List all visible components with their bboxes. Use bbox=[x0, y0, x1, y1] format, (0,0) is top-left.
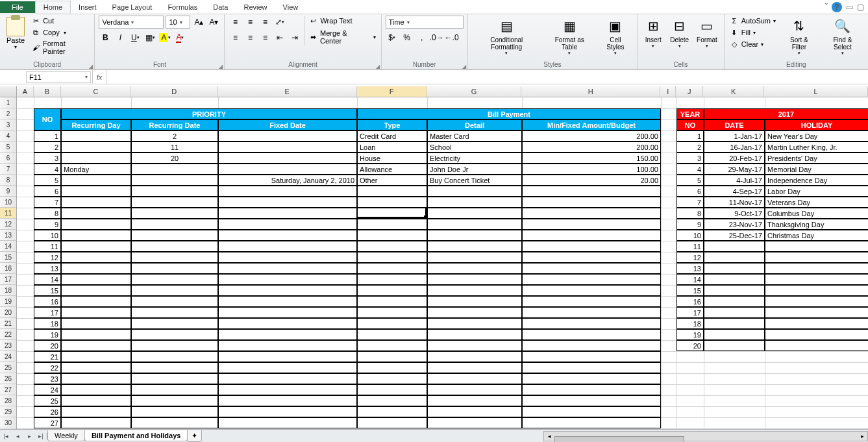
column-header[interactable]: H bbox=[521, 86, 660, 97]
row-header[interactable]: 21 bbox=[0, 318, 16, 329]
insert-cells-button[interactable]: ⊞Insert▾ bbox=[641, 16, 665, 50]
cell[interactable]: 11 bbox=[34, 241, 61, 252]
cell[interactable] bbox=[522, 186, 661, 197]
cell[interactable]: 10 bbox=[676, 230, 704, 241]
cell[interactable]: 24 bbox=[34, 384, 61, 395]
cell[interactable] bbox=[522, 241, 661, 252]
cell[interactable] bbox=[218, 208, 357, 219]
cell[interactable]: 20.00 bbox=[522, 175, 661, 186]
wrap-text-button[interactable]: ↩Wrap Text bbox=[307, 16, 377, 26]
cell[interactable]: 4-Jul-17 bbox=[704, 175, 765, 186]
launcher-icon[interactable]: ◢ bbox=[89, 64, 93, 69]
cell[interactable] bbox=[522, 318, 661, 329]
cell[interactable] bbox=[357, 384, 427, 395]
column-header[interactable]: B bbox=[34, 86, 61, 97]
row-header[interactable]: 17 bbox=[0, 274, 16, 285]
cell[interactable]: 4 bbox=[34, 164, 61, 175]
cell[interactable]: Other bbox=[357, 175, 427, 186]
cell[interactable] bbox=[765, 241, 868, 252]
sheet-tab-weekly[interactable]: Weekly bbox=[47, 430, 85, 441]
cell[interactable] bbox=[218, 130, 357, 141]
launcher-icon[interactable]: ◢ bbox=[462, 64, 466, 69]
cell[interactable] bbox=[61, 130, 131, 141]
align-left-button[interactable]: ≡ bbox=[229, 31, 242, 44]
cell[interactable] bbox=[522, 208, 661, 219]
underline-button[interactable]: U▾ bbox=[129, 31, 142, 44]
cell[interactable]: PRIORITY bbox=[61, 108, 357, 119]
cell[interactable] bbox=[357, 208, 427, 219]
cell[interactable]: 18 bbox=[676, 318, 704, 329]
cell[interactable] bbox=[131, 329, 218, 340]
cell[interactable] bbox=[522, 373, 661, 384]
cell[interactable]: 7 bbox=[34, 197, 61, 208]
cell[interactable] bbox=[427, 296, 522, 307]
cell[interactable]: Type bbox=[357, 119, 427, 130]
cell[interactable] bbox=[427, 351, 522, 362]
cell[interactable] bbox=[357, 252, 427, 263]
cell[interactable] bbox=[765, 274, 868, 285]
cell[interactable] bbox=[427, 384, 522, 395]
cell[interactable] bbox=[131, 340, 218, 351]
cell[interactable]: 11 bbox=[131, 141, 218, 153]
cell[interactable] bbox=[61, 351, 131, 362]
cell[interactable]: Loan bbox=[357, 141, 427, 153]
cell[interactable] bbox=[131, 395, 218, 406]
sort-filter-button[interactable]: ⇅Sort & Filter▾ bbox=[780, 16, 819, 57]
orientation-button[interactable]: ⤢▾ bbox=[273, 16, 286, 29]
percent-button[interactable]: % bbox=[401, 31, 414, 44]
border-button[interactable]: ▦▾ bbox=[143, 31, 156, 44]
cell[interactable] bbox=[61, 219, 131, 230]
cell[interactable]: 27 bbox=[34, 417, 61, 428]
cell[interactable]: Master Card bbox=[427, 130, 522, 141]
decrease-indent-button[interactable]: ⇤ bbox=[273, 31, 286, 44]
decrease-decimal-button[interactable]: ←.0 bbox=[445, 31, 458, 44]
row-header[interactable]: 26 bbox=[0, 373, 16, 384]
cell[interactable]: 7 bbox=[676, 197, 704, 208]
fill-button[interactable]: ⬇Fill▾ bbox=[728, 27, 777, 38]
cell[interactable]: 9 bbox=[676, 219, 704, 230]
cell[interactable]: New Year's Day bbox=[765, 130, 868, 141]
cell[interactable] bbox=[131, 175, 218, 186]
row-header[interactable]: 6 bbox=[0, 153, 16, 164]
cell[interactable] bbox=[704, 340, 765, 351]
cell[interactable] bbox=[131, 318, 218, 329]
decrease-font-button[interactable]: A▾ bbox=[207, 16, 220, 29]
cell[interactable] bbox=[357, 307, 427, 318]
view-tab[interactable]: View bbox=[275, 1, 306, 13]
cell[interactable]: School bbox=[427, 141, 522, 153]
cell[interactable]: DATE bbox=[704, 119, 765, 130]
cell[interactable] bbox=[61, 395, 131, 406]
cell[interactable] bbox=[131, 219, 218, 230]
align-middle-button[interactable]: ≡ bbox=[243, 16, 256, 29]
data-tab[interactable]: Data bbox=[205, 1, 236, 13]
launcher-icon[interactable]: ◢ bbox=[219, 64, 223, 69]
cell[interactable] bbox=[61, 241, 131, 252]
cell[interactable]: House bbox=[357, 153, 427, 164]
column-header[interactable]: D bbox=[131, 86, 218, 97]
font-size-combo[interactable]: 10▾ bbox=[166, 16, 190, 29]
cell[interactable]: 2 bbox=[676, 141, 704, 153]
cell[interactable]: YEAR bbox=[676, 108, 704, 119]
cell[interactable]: 4-Sep-17 bbox=[704, 186, 765, 197]
cell[interactable]: 100.00 bbox=[522, 164, 661, 175]
italic-button[interactable]: I bbox=[114, 31, 127, 44]
cell[interactable] bbox=[218, 141, 357, 153]
row-header[interactable]: 3 bbox=[0, 119, 16, 130]
cell[interactable]: Allowance bbox=[357, 164, 427, 175]
currency-button[interactable]: $▾ bbox=[386, 31, 399, 44]
cell[interactable] bbox=[131, 263, 218, 274]
cell[interactable] bbox=[218, 252, 357, 263]
cell[interactable]: NO bbox=[34, 108, 61, 130]
cell[interactable] bbox=[131, 285, 218, 296]
cell[interactable]: 200.00 bbox=[522, 141, 661, 153]
cell[interactable]: 16 bbox=[676, 296, 704, 307]
cell[interactable]: Martin Luther King, Jr. bbox=[765, 141, 868, 153]
cell[interactable]: 2017 bbox=[704, 108, 868, 119]
window-max-icon[interactable]: ▢ bbox=[857, 3, 864, 12]
cell[interactable] bbox=[61, 373, 131, 384]
cell[interactable]: 11 bbox=[676, 241, 704, 252]
cell[interactable]: 13 bbox=[676, 263, 704, 274]
row-header[interactable]: 30 bbox=[0, 417, 16, 428]
cell[interactable]: Presidents' Day bbox=[765, 153, 868, 164]
cell[interactable] bbox=[765, 285, 868, 296]
